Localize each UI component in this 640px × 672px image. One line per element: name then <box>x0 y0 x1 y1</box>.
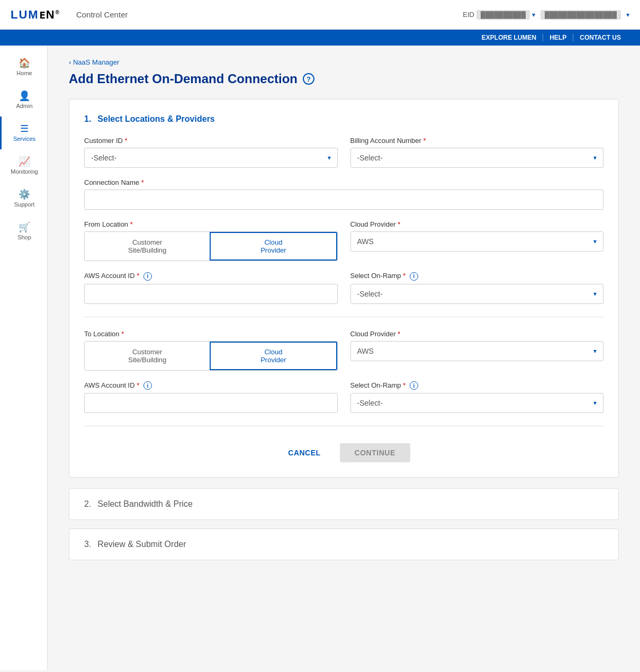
lumen-logo: LUMᴇN® <box>11 8 60 22</box>
main-content: NaaS Manager Add Ethernet On-Demand Conn… <box>48 46 640 670</box>
action-divider <box>84 426 603 426</box>
to-on-ramp-info-icon[interactable]: i <box>410 381 418 390</box>
eid-chevron[interactable]: ▾ <box>532 11 535 19</box>
main-layout: 🏠 Home 👤 Admin ☰ Services 📈 Monitoring ⚙… <box>0 46 640 670</box>
billing-account-select[interactable]: -Select- ▾ <box>350 148 604 168</box>
utility-bar: EXPLORE LUMEN HELP CONTACT US <box>0 30 640 46</box>
step3-header: 3. Review & Submit Order <box>84 540 603 549</box>
page-title-text: Add Ethernet On-Demand Connection <box>69 71 298 86</box>
to-aws-account-group: AWS Account ID * i <box>84 381 338 414</box>
to-on-ramp-chevron: ▾ <box>593 399 597 407</box>
admin-icon: 👤 <box>19 91 30 101</box>
from-location-row: From Location * CustomerSite/Building Cl… <box>84 220 603 261</box>
from-on-ramp-select[interactable]: -Select- ▾ <box>350 284 604 304</box>
to-cloud-provider-group: Cloud Provider * AWS ▾ <box>350 330 604 371</box>
home-icon: 🏠 <box>19 58 30 68</box>
to-location-label: To Location * <box>84 330 338 338</box>
account-chevron[interactable]: ▾ <box>626 11 629 19</box>
customer-id-group: Customer ID * -Select- ▾ <box>84 137 338 168</box>
step3-card: 3. Review & Submit Order <box>69 528 619 560</box>
sidebar: 🏠 Home 👤 Admin ☰ Services 📈 Monitoring ⚙… <box>0 46 48 670</box>
from-cloud-provider-btn[interactable]: CloudProvider <box>210 232 337 261</box>
from-location-toggle: CustomerSite/Building CloudProvider <box>84 231 338 261</box>
to-on-ramp-group: Select On-Ramp * i -Select- ▾ <box>350 381 604 414</box>
eid-label: EID <box>463 11 474 19</box>
continue-button[interactable]: CONTINUE <box>340 443 410 462</box>
help-tooltip-icon[interactable]: ? <box>303 73 314 85</box>
to-cloud-provider-select[interactable]: AWS ▾ <box>350 341 604 361</box>
billing-account-group: Billing Account Number * -Select- ▾ <box>350 137 604 168</box>
connection-name-row: Connection Name * <box>84 178 603 210</box>
step1-title: Select Locations & Providers <box>97 114 214 124</box>
from-customer-site-btn[interactable]: CustomerSite/Building <box>85 232 210 261</box>
breadcrumb[interactable]: NaaS Manager <box>69 58 619 66</box>
from-cloud-provider-value: AWS <box>357 237 374 246</box>
to-cloud-provider-btn[interactable]: CloudProvider <box>210 342 337 370</box>
top-navigation: LUMᴇN® Control Center EID ██████████ ▾ █… <box>0 0 640 30</box>
from-aws-account-group: AWS Account ID * i <box>84 272 338 304</box>
form-divider <box>84 317 603 317</box>
explore-lumen-link[interactable]: EXPLORE LUMEN <box>475 34 543 41</box>
contact-us-link[interactable]: CONTACT US <box>573 34 627 41</box>
cancel-button[interactable]: CANCEL <box>277 443 331 462</box>
connection-name-label: Connection Name * <box>84 178 603 186</box>
from-on-ramp-chevron: ▾ <box>593 290 597 298</box>
from-aws-info-icon[interactable]: i <box>143 272 152 281</box>
eid-section: EID ██████████ ▾ <box>463 10 535 20</box>
connection-name-group: Connection Name * <box>84 178 603 210</box>
billing-placeholder: -Select- <box>357 154 383 162</box>
customer-billing-row: Customer ID * -Select- ▾ Billing Account… <box>84 137 603 168</box>
to-on-ramp-select[interactable]: -Select- ▾ <box>350 393 604 413</box>
step2-header: 2. Select Bandwidth & Price <box>84 499 603 509</box>
customer-id-required: * <box>125 137 128 145</box>
top-right-controls: EID ██████████ ▾ ████████████████ ▾ <box>463 10 629 20</box>
sidebar-label-shop: Shop <box>17 234 31 240</box>
to-location-group: To Location * CustomerSite/Building Clou… <box>84 330 338 371</box>
support-icon: ⚙️ <box>19 190 30 199</box>
from-location-group: From Location * CustomerSite/Building Cl… <box>84 220 338 261</box>
to-cloud-provider-chevron: ▾ <box>593 347 597 355</box>
sidebar-label-services: Services <box>13 136 35 142</box>
account-value: ████████████████ <box>540 10 621 20</box>
to-aws-info-icon[interactable]: i <box>143 381 152 390</box>
from-on-ramp-info-icon[interactable]: i <box>410 272 418 281</box>
from-on-ramp-label: Select On-Ramp * i <box>350 272 604 281</box>
billing-account-label: Billing Account Number * <box>350 137 604 145</box>
sidebar-label-admin: Admin <box>16 103 32 109</box>
from-on-ramp-group: Select On-Ramp * i -Select- ▾ <box>350 272 604 304</box>
to-cloud-provider-value: AWS <box>357 347 374 355</box>
billing-required: * <box>423 137 426 145</box>
step3-number: 3. <box>84 540 91 549</box>
to-aws-account-input[interactable] <box>84 393 338 413</box>
connection-name-required: * <box>141 178 144 186</box>
customer-id-select[interactable]: -Select- ▾ <box>84 148 338 168</box>
sidebar-label-support: Support <box>14 201 35 208</box>
from-aws-row: AWS Account ID * i Select On-Ramp * i -S… <box>84 272 603 304</box>
billing-chevron: ▾ <box>593 154 597 162</box>
to-on-ramp-label: Select On-Ramp * i <box>350 381 604 390</box>
sidebar-item-monitoring[interactable]: 📈 Monitoring <box>0 149 47 182</box>
sidebar-item-support[interactable]: ⚙️ Support <box>0 182 47 215</box>
to-location-toggle: CustomerSite/Building CloudProvider <box>84 341 338 371</box>
help-link[interactable]: HELP <box>543 34 573 41</box>
step3-title: Review & Submit Order <box>97 540 186 549</box>
connection-name-input[interactable] <box>84 190 603 210</box>
sidebar-item-services[interactable]: ☰ Services <box>0 117 47 149</box>
to-location-row: To Location * CustomerSite/Building Clou… <box>84 330 603 371</box>
sidebar-label-monitoring: Monitoring <box>11 168 38 175</box>
step1-card: 1. Select Locations & Providers Customer… <box>69 99 619 478</box>
to-customer-site-btn[interactable]: CustomerSite/Building <box>85 342 210 370</box>
customer-id-label: Customer ID * <box>84 137 338 145</box>
sidebar-item-admin[interactable]: 👤 Admin <box>0 84 47 117</box>
sidebar-item-shop[interactable]: 🛒 Shop <box>0 215 47 248</box>
to-aws-row: AWS Account ID * i Select On-Ramp * i -S… <box>84 381 603 414</box>
sidebar-label-home: Home <box>16 70 32 76</box>
customer-id-chevron: ▾ <box>328 154 331 162</box>
from-location-label: From Location * <box>84 220 338 228</box>
from-aws-account-input[interactable] <box>84 284 338 304</box>
sidebar-item-home[interactable]: 🏠 Home <box>0 51 47 84</box>
eid-value: ██████████ <box>476 10 530 20</box>
shop-icon: 🛒 <box>19 222 30 232</box>
from-cloud-provider-select[interactable]: AWS ▾ <box>350 231 604 252</box>
action-buttons-row: CANCEL CONTINUE <box>84 439 603 462</box>
